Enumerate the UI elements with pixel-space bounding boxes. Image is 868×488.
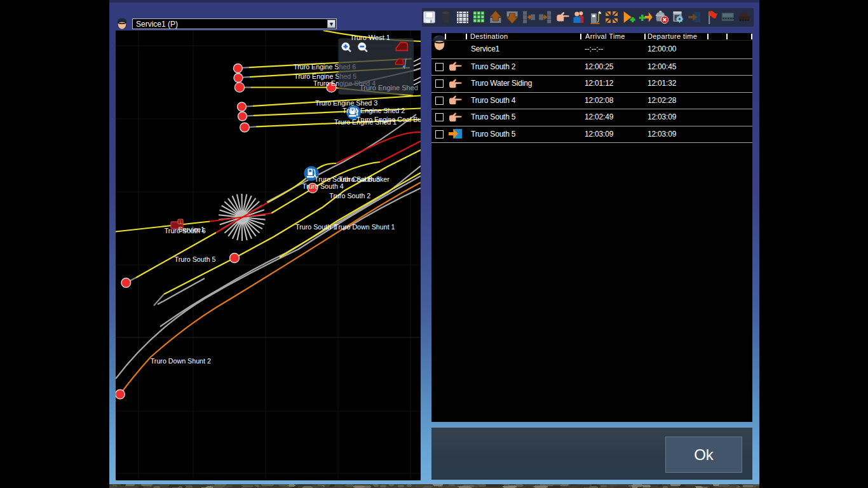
svg-text:Truro Engine Shed 2: Truro Engine Shed 2 [342, 107, 405, 114]
svg-text:Truro Down Shunt 1: Truro Down Shunt 1 [334, 223, 395, 231]
svg-text:Truro South 5: Truro South 5 [175, 255, 216, 263]
svg-text:Truro Down Shunt 2: Truro Down Shunt 2 [151, 357, 211, 365]
svg-text:1: 1 [179, 220, 182, 224]
svg-text:Truro Engine Shed 1: Truro Engine Shed 1 [334, 118, 397, 126]
svg-text:Truro South 2: Truro South 2 [329, 192, 370, 200]
svg-text:Truro West 1: Truro West 1 [350, 34, 390, 41]
svg-text:Truro Engine Shed 3: Truro Engine Shed 3 [315, 99, 377, 107]
svg-text:Service1: Service1 [178, 226, 205, 233]
svg-text:Truro Engine Shed: Truro Engine Shed [360, 84, 418, 92]
svg-text:Truro South 1: Truro South 1 [295, 223, 337, 231]
svg-text:Truro South 4: Truro South 4 [302, 182, 344, 190]
